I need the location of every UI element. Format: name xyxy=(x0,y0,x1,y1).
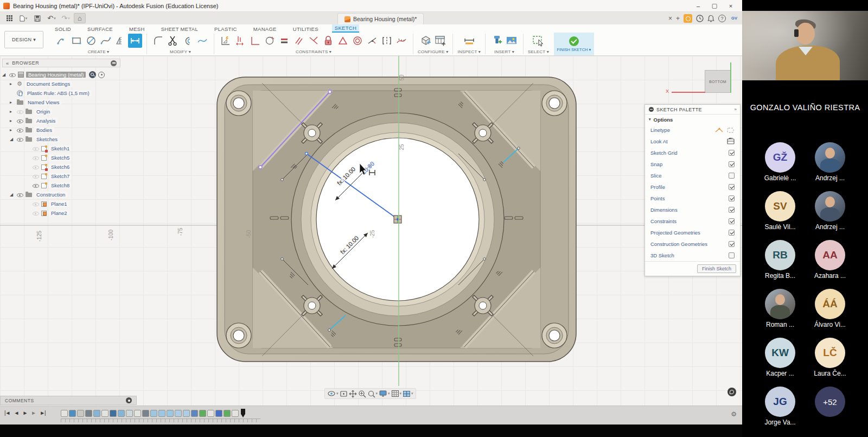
timeline-feature-fillet[interactable] xyxy=(150,410,157,417)
perpendicular-axis-icon[interactable] xyxy=(248,34,262,48)
eye-icon[interactable] xyxy=(17,136,23,142)
avatar[interactable]: AA xyxy=(815,240,845,270)
trim-tool-icon[interactable] xyxy=(166,34,180,48)
tree-item-sketch8[interactable]: Sketch8 xyxy=(2,181,120,190)
palette-row-dimensions[interactable]: Dimensions xyxy=(645,204,740,216)
timeline-skip-end-icon[interactable]: ►| xyxy=(40,410,46,416)
timeline-feature-body[interactable] xyxy=(77,410,84,417)
timeline-feature-extrude[interactable] xyxy=(110,410,117,417)
palette-minimize-icon[interactable] xyxy=(649,107,654,112)
configure-group-label[interactable]: CONFIGURE ▾ xyxy=(418,49,448,54)
job-status-icon[interactable] xyxy=(684,14,692,23)
constraints-group-label[interactable]: CONSTRAINTS ▾ xyxy=(296,49,331,54)
tab-solid[interactable]: SOLID xyxy=(52,26,74,33)
eye-icon[interactable] xyxy=(33,182,39,188)
fit-icon[interactable]: ▾ xyxy=(367,390,378,398)
tree-item-document-settings[interactable]: ▸⚙ Document Settings xyxy=(2,79,120,88)
eye-icon[interactable] xyxy=(33,201,39,207)
minimize-button[interactable]: – xyxy=(690,1,706,11)
participant[interactable]: Andrzej ... xyxy=(807,142,853,182)
construction-linetype-icon[interactable] xyxy=(715,127,724,134)
equal-constraint-icon[interactable] xyxy=(277,34,291,48)
close-tab-icon[interactable]: × xyxy=(668,15,672,22)
palette-finish-sketch-button[interactable]: Finish Sketch xyxy=(697,264,736,273)
offset-tool-icon[interactable] xyxy=(181,34,195,48)
timeline-feature-pattern[interactable] xyxy=(199,410,206,417)
palette-header[interactable]: SKETCH PALETTE » xyxy=(645,105,740,115)
parallel-constraint-icon[interactable] xyxy=(292,34,306,48)
mirror-tool-icon[interactable] xyxy=(113,34,127,48)
timeline-settings-gear-icon[interactable]: ⚙ xyxy=(731,410,737,418)
avatar[interactable]: KW xyxy=(765,338,795,368)
display-settings-icon[interactable]: ▾ xyxy=(379,390,390,397)
tab-utilities[interactable]: UTILITIES xyxy=(290,26,321,33)
viewports-icon[interactable]: ▾ xyxy=(403,390,413,397)
overflow-count-badge[interactable]: +52 xyxy=(815,387,845,417)
viewcube[interactable]: BOTTOM xyxy=(705,70,731,93)
help-icon[interactable]: ? xyxy=(718,15,726,22)
tab-surface[interactable]: SURFACE xyxy=(85,26,116,33)
look-at-icon[interactable] xyxy=(727,138,735,145)
palette-row-snap[interactable]: Snap xyxy=(645,159,740,170)
polygon-constraint-icon[interactable] xyxy=(336,34,350,48)
maximize-button[interactable]: ▢ xyxy=(706,1,723,11)
browser-collapse-icon[interactable]: « xyxy=(6,60,9,66)
save-icon[interactable] xyxy=(31,13,43,23)
palette-row-slice[interactable]: Slice xyxy=(645,170,740,181)
tab-plastic[interactable]: PLASTIC xyxy=(212,26,240,33)
avatar[interactable]: ÁÁ xyxy=(815,289,845,319)
eye-icon[interactable] xyxy=(17,192,23,198)
tree-root-component[interactable]: ◢ Bearing Housing (metal) xyxy=(2,70,120,79)
create-group-label[interactable]: CREATE ▾ xyxy=(88,49,110,54)
timeline-feature-fillet[interactable] xyxy=(175,410,182,417)
timeline-position-marker[interactable] xyxy=(241,409,245,417)
timeline-play-icon[interactable]: ► xyxy=(22,410,27,416)
project-icon[interactable] xyxy=(233,34,247,48)
new-tab-icon[interactable]: + xyxy=(676,15,680,22)
curvature-constraint-icon[interactable] xyxy=(394,34,409,48)
redo-icon[interactable]: ↷▾ xyxy=(60,13,72,23)
dimension-tool-icon[interactable] xyxy=(128,34,142,48)
lock-constraint-icon[interactable] xyxy=(321,34,335,48)
timeline-feature-fillet[interactable] xyxy=(93,410,100,417)
avatar-photo[interactable] xyxy=(815,191,845,221)
tree-item-sketch5[interactable]: Sketch5 xyxy=(2,153,120,162)
timeline-feature-fillet[interactable] xyxy=(167,410,174,417)
avatar-photo[interactable] xyxy=(815,142,845,173)
palette-expand-icon[interactable]: » xyxy=(735,107,736,112)
user-avatar[interactable]: GV xyxy=(730,14,739,23)
insert-fastener-icon[interactable] xyxy=(490,34,504,48)
checkbox[interactable] xyxy=(729,184,735,190)
timeline-feature-shell[interactable] xyxy=(126,410,133,417)
timeline-feature-sketch[interactable] xyxy=(207,410,214,417)
avatar[interactable]: LČ xyxy=(815,338,845,368)
centerline-linetype-icon[interactable] xyxy=(727,127,735,134)
avatar[interactable]: SV xyxy=(765,191,795,221)
checkbox[interactable] xyxy=(729,195,735,201)
checkbox[interactable] xyxy=(729,150,735,156)
symmetry-constraint-icon[interactable] xyxy=(380,34,394,48)
palette-row-construction-geometries[interactable]: Construction Geometries xyxy=(645,238,740,250)
checkbox[interactable] xyxy=(729,207,735,213)
tab-manage[interactable]: MANAGE xyxy=(251,26,279,33)
concentric-constraint-icon[interactable] xyxy=(350,34,365,48)
palette-row-points[interactable]: Points xyxy=(645,193,740,204)
eye-icon[interactable] xyxy=(17,109,23,115)
timeline-ruler[interactable] xyxy=(61,419,260,422)
tree-item-origin[interactable]: ▸ Origin xyxy=(2,107,120,116)
home-icon[interactable]: ⌂ xyxy=(74,13,86,23)
app-grid-icon[interactable] xyxy=(3,13,15,23)
participant[interactable]: GŽ Gabrielė ... xyxy=(757,142,803,182)
comments-expand-icon[interactable] xyxy=(126,397,132,403)
orbit-icon[interactable]: ▾ xyxy=(327,389,339,398)
checkbox[interactable] xyxy=(729,230,735,236)
rectangle-tool-icon[interactable] xyxy=(69,34,84,48)
participant[interactable]: LČ Laura Če... xyxy=(807,338,853,377)
timeline-feature-extrude[interactable] xyxy=(69,410,76,417)
zoom-icon[interactable] xyxy=(358,390,366,398)
document-tab[interactable]: Bearing Housing (metal)* xyxy=(337,13,424,24)
select-tool-icon[interactable] xyxy=(531,34,545,48)
tree-item-sketch1[interactable]: Sketch1 xyxy=(2,144,120,153)
timeline-feature-fillet[interactable] xyxy=(118,410,125,417)
fillet-tool-icon[interactable] xyxy=(151,34,165,48)
